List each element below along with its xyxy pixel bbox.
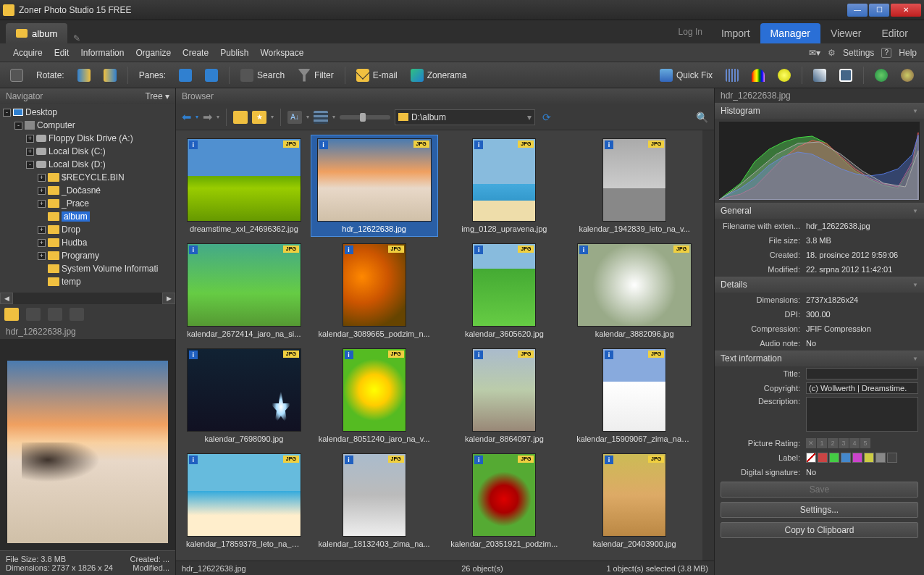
path-dropdown[interactable]: ▾ (527, 112, 532, 122)
copy-clipboard-button[interactable]: Copy to Clipboard (721, 522, 918, 538)
color-button[interactable] (747, 65, 769, 85)
menu-edit[interactable]: Edit (49, 48, 75, 58)
browser-vscrollbar[interactable] (702, 130, 714, 561)
nav-albums-button[interactable] (70, 308, 84, 321)
pane-preview-button[interactable] (201, 65, 222, 85)
expand-icon[interactable] (38, 213, 46, 221)
label-swatch[interactable] (887, 453, 897, 463)
pane-nav-button[interactable] (175, 65, 196, 85)
path-input[interactable] (411, 112, 524, 122)
expand-icon[interactable] (38, 278, 46, 286)
help-icon[interactable]: ? (881, 48, 891, 58)
expand-icon[interactable]: + (38, 226, 46, 234)
nav-back-button[interactable]: ⬅ (182, 110, 191, 124)
mail-dropdown-icon[interactable]: ✉▾ (809, 47, 820, 59)
copyright-input[interactable] (806, 382, 918, 394)
label-swatch[interactable] (829, 453, 839, 463)
menu-help[interactable]: Help (899, 48, 917, 58)
expand-icon[interactable]: - (26, 161, 34, 169)
quickfix-button[interactable]: Quick Fix (655, 65, 717, 85)
minimize-button[interactable]: — (847, 4, 868, 17)
menu-organize[interactable]: Organize (130, 48, 177, 58)
label-swatch[interactable] (864, 453, 874, 463)
section-details[interactable]: Details▼ (715, 277, 924, 293)
view-mode-button[interactable] (314, 111, 328, 124)
preview-pane[interactable] (0, 339, 175, 550)
expand-icon[interactable]: + (38, 252, 46, 260)
tree-node[interactable]: -Desktop (0, 106, 175, 119)
tree-node[interactable]: temp (0, 275, 175, 288)
nav-keywords-button[interactable] (48, 308, 62, 321)
thumbnail[interactable]: iJPGkalendar_18132403_zima_na... (311, 450, 438, 552)
label-swatch[interactable] (818, 453, 828, 463)
description-input[interactable] (806, 397, 918, 432)
up-folder-button[interactable] (233, 111, 248, 124)
thumbnail[interactable]: iJPGkalendar_8864097.jpg (441, 345, 568, 447)
expand-icon[interactable]: - (3, 109, 11, 117)
label-swatch[interactable] (841, 453, 851, 463)
label-swatch[interactable] (852, 453, 862, 463)
expand-icon[interactable]: + (38, 200, 46, 208)
thumbnail[interactable]: iJPGkalendar_3882096.jpg (571, 240, 698, 342)
expand-icon[interactable] (38, 265, 46, 273)
tab-manager[interactable]: Manager (760, 23, 820, 43)
tree-node[interactable]: +$RECYCLE.BIN (0, 171, 175, 184)
gear-icon[interactable]: ⚙ (828, 48, 836, 58)
refresh-button[interactable]: ⟳ (539, 111, 554, 124)
close-button[interactable]: ✕ (891, 4, 921, 17)
settings-button[interactable]: Settings... (721, 502, 918, 518)
nav-forward-button[interactable]: ➡ (203, 110, 212, 124)
menu-information[interactable]: Information (75, 48, 130, 58)
thumbnail[interactable]: iJPGkalendar_2672414_jaro_na_si... (180, 240, 308, 342)
path-box[interactable]: ▾ (395, 109, 535, 125)
section-histogram[interactable]: Histogram▼ (715, 103, 924, 119)
thumbnail[interactable]: iJPGkalendar_7698090.jpg (180, 345, 308, 447)
save-button[interactable]: Save (721, 482, 918, 498)
publish-button[interactable] (896, 65, 918, 85)
tree-node[interactable]: +_Prace (0, 197, 175, 210)
thumbnail[interactable]: iJPGkalendar_1942839_leto_na_v... (571, 135, 698, 237)
menu-workspace[interactable]: Workspace (255, 48, 310, 58)
email-button[interactable]: E-mail (352, 65, 402, 85)
tree-node[interactable]: album (0, 210, 175, 223)
tree-node[interactable]: +_Dočasné (0, 184, 175, 197)
acquire-button[interactable] (6, 65, 28, 85)
tree-node[interactable]: +Programy (0, 249, 175, 262)
thumbnail[interactable]: iJPGkalendar_15909067_zima_na_... (571, 345, 698, 447)
thumbnail[interactable]: iJPGhdr_12622638.jpg (311, 135, 438, 237)
menu-acquire[interactable]: Acquire (7, 48, 49, 58)
menu-settings[interactable]: Settings (843, 48, 874, 58)
tree-node[interactable]: +Drop (0, 223, 175, 236)
thumbnail[interactable]: iJPGkalendar_17859378_leto_na_s... (180, 450, 308, 552)
tree-node[interactable]: +Hudba (0, 236, 175, 249)
search-button[interactable]: Search (236, 65, 289, 85)
thumbnail[interactable]: iJPGkalendar_3089665_podzim_n... (311, 240, 438, 342)
thumbnail[interactable]: iJPGimg_0128_upravena.jpg (441, 135, 568, 237)
tree-node[interactable]: +Floppy Disk Drive (A:) (0, 132, 175, 145)
tree-node[interactable]: -Local Disk (D:) (0, 158, 175, 171)
filter-button[interactable]: Filter (293, 65, 338, 85)
tree-node[interactable]: System Volume Informati (0, 262, 175, 275)
nav-calendar-button[interactable] (26, 308, 41, 321)
tab-viewer[interactable]: Viewer (820, 23, 872, 43)
thumbnail-grid[interactable]: iJPGdreamstime_xxl_24696362.jpgiJPGhdr_1… (176, 130, 702, 561)
search-icon[interactable]: 🔍 (696, 112, 708, 123)
expand-icon[interactable]: - (14, 122, 22, 130)
sort-button[interactable]: A↓ (287, 111, 302, 124)
nav-folders-button[interactable] (4, 308, 19, 321)
tree-hscrollbar[interactable]: ◀▶ (0, 293, 175, 304)
folder-tree[interactable]: -Desktop-Computer+Floppy Disk Drive (A:)… (0, 104, 175, 293)
resize-button[interactable] (835, 65, 857, 85)
section-textinfo[interactable]: Text information▼ (715, 351, 924, 366)
thumbnail[interactable]: iJPGkalendar_8051240_jaro_na_v... (311, 345, 438, 447)
title-input[interactable] (806, 368, 918, 379)
label-picker[interactable] (806, 453, 918, 463)
tab-editor[interactable]: Editor (871, 23, 918, 43)
rating-picker[interactable]: ✕12345 (806, 438, 918, 448)
menu-create[interactable]: Create (177, 48, 214, 58)
thumb-size-slider[interactable] (340, 115, 390, 119)
menu-publish[interactable]: Publish (214, 48, 254, 58)
label-swatch[interactable] (875, 453, 886, 463)
file-tab[interactable]: album (6, 23, 67, 43)
thumbnail[interactable]: iJPGkalendar_20403900.jpg (571, 450, 698, 552)
